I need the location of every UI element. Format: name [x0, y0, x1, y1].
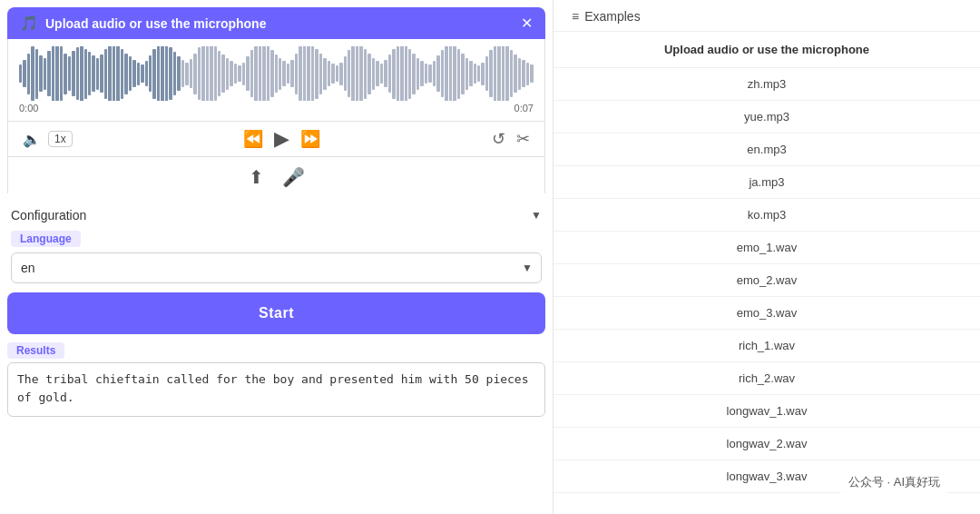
controls-row: 🔈 1x ⏪ ▶ ⏩ ↺ ✂: [7, 122, 545, 157]
example-item[interactable]: longwav_1.wav: [554, 395, 980, 428]
waveform[interactable]: [19, 46, 534, 101]
controls-left: 🔈 1x: [23, 131, 73, 148]
left-panel: 🎵 Upload audio or use the microphone ✕ 0…: [0, 0, 554, 514]
start-button[interactable]: Start: [7, 292, 545, 334]
example-item[interactable]: longwav_2.wav: [554, 428, 980, 460]
example-item[interactable]: rich_2.wav: [554, 362, 980, 395]
time-row: 0:00 0:07: [19, 101, 534, 117]
time-start: 0:00: [19, 103, 38, 114]
results-section: Results: [7, 341, 545, 514]
examples-header: ≡ Examples: [554, 0, 980, 32]
example-item[interactable]: zh.mp3: [554, 68, 980, 101]
example-item[interactable]: emo_3.wav: [554, 297, 980, 330]
example-item[interactable]: yue.mp3: [554, 101, 980, 133]
config-arrow-icon: ▼: [531, 209, 542, 222]
config-section: Configuration ▼ Language en zh ja ko fr …: [7, 201, 545, 283]
time-end: 0:07: [514, 103, 534, 114]
example-item[interactable]: longwav_3.wav: [554, 460, 980, 493]
speed-badge[interactable]: 1x: [48, 131, 73, 147]
example-item[interactable]: ko.mp3: [554, 199, 980, 232]
list-icon: ≡: [572, 9, 579, 24]
waveform-container: 0:00 0:07: [7, 39, 545, 122]
results-badge: Results: [7, 342, 64, 359]
language-label: Language: [7, 230, 545, 252]
upload-icon[interactable]: ⬆: [249, 166, 264, 188]
results-textarea[interactable]: [7, 362, 545, 417]
volume-icon[interactable]: 🔈: [23, 131, 41, 148]
example-item[interactable]: emo_2.wav: [554, 264, 980, 297]
examples-title: Examples: [584, 9, 640, 24]
play-button[interactable]: ▶: [274, 127, 289, 151]
language-select-wrapper: en zh ja ko fr de es ▼: [11, 252, 542, 283]
example-item[interactable]: rich_1.wav: [554, 330, 980, 362]
fast-forward-button[interactable]: ⏩: [300, 129, 320, 149]
rewind-button[interactable]: ⏪: [243, 129, 263, 149]
examples-sub-header: Upload audio or use the microphone: [554, 32, 980, 68]
examples-list: zh.mp3yue.mp3en.mp3ja.mp3ko.mp3emo_1.wav…: [554, 68, 980, 514]
example-item[interactable]: emo_1.wav: [554, 232, 980, 264]
upload-row: ⬆ 🎤: [7, 157, 545, 193]
audio-header-title: 🎵 Upload audio or use the microphone: [20, 15, 266, 32]
close-button[interactable]: ✕: [521, 16, 533, 31]
right-panel: ≡ Examples Upload audio or use the micro…: [554, 0, 980, 514]
scissors-icon[interactable]: ✂: [516, 129, 530, 149]
language-select[interactable]: en zh ja ko fr de es: [11, 252, 542, 283]
audio-header-label: Upload audio or use the microphone: [45, 16, 266, 31]
example-item[interactable]: ja.mp3: [554, 166, 980, 199]
controls-center: ⏪ ▶ ⏩: [243, 127, 320, 151]
config-label: Configuration: [11, 208, 86, 222]
reset-icon[interactable]: ↺: [492, 129, 505, 149]
microphone-icon[interactable]: 🎤: [282, 166, 305, 188]
controls-right: ↺ ✂: [492, 129, 530, 149]
audio-header: 🎵 Upload audio or use the microphone ✕: [7, 7, 545, 39]
config-header[interactable]: Configuration ▼: [7, 201, 545, 230]
results-badge-wrapper: Results: [7, 341, 545, 362]
example-item[interactable]: en.mp3: [554, 133, 980, 166]
music-icon: 🎵: [20, 15, 38, 32]
